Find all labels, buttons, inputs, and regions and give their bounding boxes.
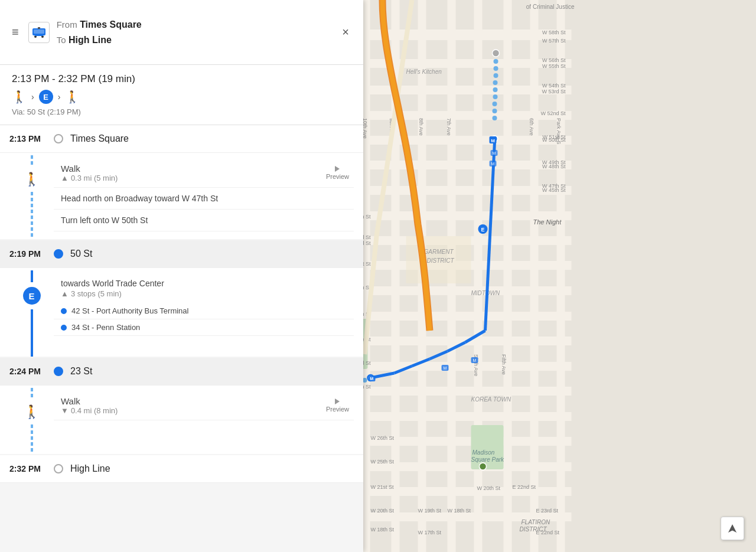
svg-text:W 58th St: W 58th St [542,30,566,35]
svg-text:M: M [491,138,495,143]
transit-stops: ▲ 3 stops (5 min) [61,289,354,298]
transit-towards: towards World Trade Center [61,279,354,288]
svg-line-114 [488,260,489,283]
step-50st: 2:19 PM 50 St E towards World Trade Cent… [0,240,363,357]
from-label: From [57,19,77,30]
svg-text:DISTRICT: DISTRICT [520,526,548,533]
walk-label-2: Walk [61,396,118,406]
svg-text:Park Ave S: Park Ave S [556,118,562,144]
svg-text:KOREA TOWN: KOREA TOWN [471,396,512,403]
to-label: To [57,35,66,45]
svg-point-155 [494,66,498,71]
svg-text:Square Park: Square Park [471,456,505,463]
svg-text:W 54th St: W 54th St [542,83,566,89]
walk-section-2: 🚶 Walk ▼ 0.4 mi (8 min) [0,386,363,454]
route-labels: From Times Square To High Line [57,17,331,47]
svg-text:W 26th St: W 26th St [371,435,395,441]
svg-text:W 17th St: W 17th St [418,530,442,535]
preview-button-2[interactable]: Preview [321,396,354,415]
route-summary: 2:13 PM - 2:32 PM (19 min) 🚶 › E › 🚶 Via… [0,65,363,125]
timeline-left-walk2: 🚶 [9,386,54,454]
step-23st: 2:24 PM 23 St 🚶 Walk ▼ [0,358,363,454]
step-times-square: 2:13 PM Times Square 🚶 Walk ▲ [0,125,363,239]
direction-2: Turn left onto W 50th St [54,210,354,231]
svg-line-115 [487,283,488,307]
svg-line-110 [493,165,494,189]
transit-detail: towards World Trade Center ▲ 3 stops (5 … [54,274,354,303]
transit-content: towards World Trade Center ▲ 3 stops (5 … [54,268,354,357]
50st-label: 50 St [70,249,92,259]
arrow-icon-2: › [58,92,61,102]
walk-figure-icon: 🚶 [24,172,40,187]
svg-text:E 22nd St: E 22nd St [513,484,536,490]
walk-icon-end: 🚶 [65,90,80,104]
route-via: Via: 50 St (2:19 PM) [12,107,351,116]
stop-42st-label: 42 St - Port Authority Bus Terminal [71,306,188,315]
e-line-badge: E [39,90,53,104]
svg-text:7th Ave: 7th Ave [446,118,452,136]
time-232pm: 2:32 PM [9,464,54,473]
svg-text:W 18th St: W 18th St [371,527,395,533]
walk-2-content: Walk ▼ 0.4 mi (8 min) Preview [54,386,354,454]
svg-text:DISTRICT: DISTRICT [427,257,455,264]
svg-text:M: M [493,151,496,155]
preview-button-1[interactable]: Preview [321,164,354,182]
svg-text:W 20th St: W 20th St [477,485,501,491]
svg-text:W 20th St: W 20th St [371,508,395,514]
svg-text:FLATIRON: FLATIRON [522,519,550,525]
preview-label-2: Preview [326,406,349,413]
high-line-label: High Line [70,463,110,474]
times-square-header: 2:13 PM Times Square [0,125,363,153]
to-destination: High Line [69,35,112,45]
solid-line-body [31,309,33,357]
e-badge-transit: E [23,287,41,305]
svg-point-150 [493,102,497,106]
23st-header: 2:24 PM 23 St [0,358,363,386]
time-213pm: 2:13 PM [9,134,54,143]
walk-distance-1: ▲ 0.3 mi (5 min) [61,174,118,182]
svg-line-112 [490,213,491,236]
svg-point-156 [494,59,498,64]
svg-point-153 [493,80,498,85]
walk-section-1: 🚶 Walk ▲ 0.3 mi (5 min) [0,153,363,239]
svg-text:GARMENT: GARMENT [424,249,454,255]
close-button[interactable]: × [337,23,354,41]
svg-text:Fifth Ave: Fifth Ave [501,354,507,375]
svg-point-148 [493,116,497,120]
svg-text:W 19th St: W 19th St [418,508,442,514]
svg-text:W 48th St: W 48th St [542,164,566,169]
stop-row-34st: 34 St - Penn Station [54,319,354,336]
timeline-left-walk1: 🚶 [9,153,54,239]
walk-label-1: Walk [61,164,118,174]
svg-text:W 45th St: W 45th St [542,187,566,193]
svg-marker-174 [728,524,737,533]
menu-button[interactable]: ≡ [9,23,21,41]
steps-container[interactable]: 2:13 PM Times Square 🚶 Walk ▲ [0,125,363,552]
from-line: From Times Square [57,17,331,32]
svg-point-154 [494,73,498,78]
svg-text:E 23rd St: E 23rd St [536,508,559,514]
svg-rect-31 [530,0,539,552]
svg-text:E: E [481,227,484,233]
preview-label-1: Preview [326,173,349,180]
route-time-range: 2:13 PM - 2:32 PM (19 min) [12,73,351,85]
svg-line-113 [489,236,490,260]
side-panel: ≡ From Times Square To High Line × [0,0,363,552]
dot-line-body [31,192,33,239]
walk-1-detail: Walk ▲ 0.3 mi (5 min) Preview [54,159,354,188]
navigation-button[interactable] [721,517,744,540]
svg-text:W 50th St: W 50th St [542,137,566,143]
walk-1-content: Walk ▲ 0.3 mi (5 min) Preview Head north… [54,153,354,239]
svg-text:W 53rd St: W 53rd St [542,89,566,94]
svg-line-116 [485,307,487,331]
to-line: To High Line [57,32,331,48]
arrow-icon: › [31,92,34,102]
time-219pm: 2:19 PM [9,249,54,259]
transit-section: E towards World Trade Center ▲ 3 stops (… [0,268,363,357]
svg-text:M: M [444,366,447,370]
svg-text:Hell's Kitchen: Hell's Kitchen [406,68,442,75]
walk-2-detail: Walk ▼ 0.4 mi (8 min) Preview [54,391,354,420]
svg-point-151 [493,94,498,99]
step-dot-50st [54,249,63,259]
high-line-header: 2:32 PM High Line [0,455,363,483]
